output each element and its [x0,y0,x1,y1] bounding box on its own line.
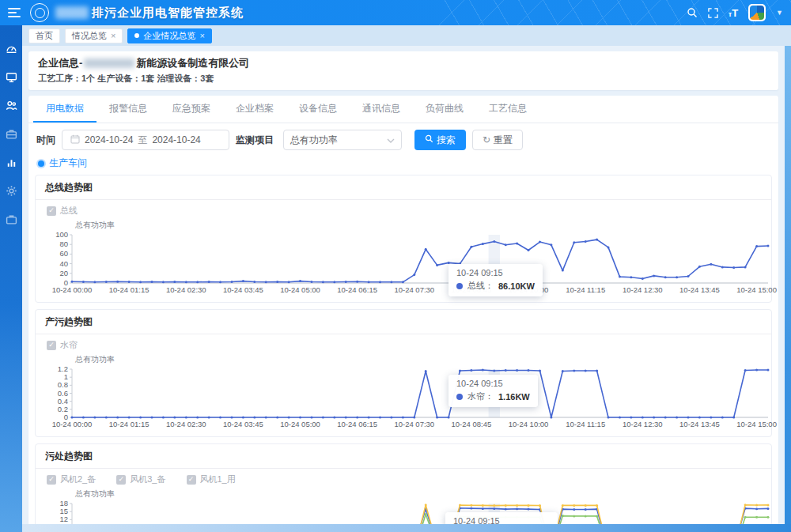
sidebar [0,25,22,532]
sidebar-item-monitor[interactable] [6,71,17,83]
tab-应急预案[interactable]: 应急预案 [160,96,223,123]
svg-text:10-24 02:30: 10-24 02:30 [166,420,206,428]
data-panel: 用电数据报警信息应急预案企业档案设备信息通讯信息负荷曲线工艺信息 时间 2024… [28,96,778,524]
company-stats: 工艺工序：1个 生产设备：1套 治理设备：3套 [38,73,769,85]
search-button[interactable]: 搜索 [414,130,466,150]
svg-text:10-24 00:00: 10-24 00:00 [52,285,93,294]
legend-label: 风机1_用 [200,474,236,485]
breadcrumb-tab[interactable]: 企业情况总览× [127,28,211,43]
chart-plot-area[interactable]: 036912151810-24 00:0010-24 01:1510-24 02… [36,500,771,524]
svg-text:10-24 06:15: 10-24 06:15 [337,285,377,294]
project-select[interactable]: 总有功功率 [283,130,402,150]
chart-svg[interactable]: 036912151810-24 00:0010-24 01:1510-24 02… [39,500,778,524]
checkbox-icon: ✓ [47,475,56,485]
date-range-input[interactable]: 2024-10-24 至 2024-10-24 [62,130,229,150]
chart-legend: ✓水帘 [36,334,771,352]
chart-plot-area[interactable]: 02040608010010-24 00:0010-24 01:1510-24 … [36,231,771,302]
sidebar-item-settings[interactable] [6,185,17,197]
svg-text:20: 20 [59,269,68,277]
svg-text:10-24 11:15: 10-24 11:15 [566,420,605,428]
tab-用电数据[interactable]: 用电数据 [33,96,97,123]
chart-tooltip: 10-24 09:15总线：86.10KW [448,264,543,296]
svg-text:0.2: 0.2 [58,405,68,413]
sidebar-item-users[interactable] [6,100,17,111]
legend-checkbox-风机2_备[interactable]: ✓风机2_备 [47,474,96,485]
bottom-strip [0,524,791,532]
sidebar-item-archive[interactable] [6,128,17,140]
sidebar-item-dashboard[interactable] [6,43,17,55]
tooltip-series-value: 86.10KW [498,281,535,291]
y-axis-title: 总有功功率 [75,489,771,500]
tooltip-item: 水帘：1.16KW [456,391,530,402]
tab-通讯信息[interactable]: 通讯信息 [350,96,413,123]
series-line-总线 [72,240,768,282]
tab-工艺信息[interactable]: 工艺信息 [476,96,539,123]
svg-text:18: 18 [59,500,68,507]
menu-toggle-icon[interactable] [8,8,21,17]
tab-设备信息[interactable]: 设备信息 [286,96,350,123]
svg-text:10-24 06:15: 10-24 06:15 [337,420,377,428]
svg-text:0.4: 0.4 [58,397,68,406]
legend-checkbox-风机3_备[interactable]: ✓风机3_备 [116,474,165,485]
tooltip-series-name: 总线： [467,280,494,292]
workshop-link[interactable]: 生产车间 [49,157,87,170]
sidebar-item-bar-chart[interactable] [6,157,17,168]
date-range-separator: 至 [138,134,147,147]
close-tab-icon[interactable]: × [111,31,115,40]
svg-text:10-24 07:30: 10-24 07:30 [394,285,434,294]
company-title: 企业信息-新能源设备制造有限公司 [38,56,769,70]
sidebar-item-briefcase[interactable] [6,213,17,225]
svg-text:100: 100 [55,231,68,239]
tooltip-time: 10-24 09:15 [456,268,535,277]
calendar-icon [70,134,80,146]
series-line-风机2_备 [72,505,768,524]
tooltip-series-name: 水帘： [467,391,494,402]
svg-text:10-24 03:45: 10-24 03:45 [223,420,263,428]
tab-企业档案[interactable]: 企业档案 [223,96,286,123]
date-to-value[interactable]: 2024-10-24 [152,134,200,145]
app-logo-icon [30,3,49,22]
chart-plot-area[interactable]: 00.20.40.60.811.210-24 00:0010-24 01:151… [36,365,771,436]
svg-text:10-24 12:30: 10-24 12:30 [623,285,663,294]
y-axis-title: 总有功功率 [75,354,771,365]
close-tab-icon[interactable]: × [199,31,204,40]
svg-text:10-24 01:15: 10-24 01:15 [109,285,149,294]
chart-title: 污处趋势图 [36,444,771,469]
legend-label: 风机2_备 [60,474,96,485]
legend-checkbox-总线[interactable]: ✓总线 [47,205,78,217]
user-avatar-icon[interactable] [748,4,766,21]
chart-card-3: 污处趋势图✓风机2_备✓风机3_备✓风机1_用总有功功率036912151810… [35,443,772,524]
breadcrumb-tab[interactable]: 情况总览× [65,28,123,43]
svg-text:10-24 05:00: 10-24 05:00 [280,285,320,294]
breadcrumb-tab[interactable]: 首页 [28,28,60,43]
tab-负荷曲线[interactable]: 负荷曲线 [413,96,476,123]
font-size-icon[interactable]: тT [729,7,738,19]
search-icon[interactable] [687,7,698,18]
chart-svg[interactable]: 00.20.40.60.811.210-24 00:0010-24 01:151… [39,365,778,432]
chart-svg[interactable]: 02040608010010-24 00:0010-24 01:1510-24 … [39,231,778,297]
svg-text:10-24 07:30: 10-24 07:30 [394,420,434,428]
reset-button[interactable]: ↻ 重置 [472,130,523,150]
tooltip-item: 总线：86.10KW [456,280,535,292]
checkbox-icon: ✓ [47,341,56,350]
legend-checkbox-水帘[interactable]: ✓水帘 [47,339,78,351]
series-line-风机3_备 [72,515,768,524]
svg-text:0.8: 0.8 [58,380,68,389]
legend-checkbox-风机1_用[interactable]: ✓风机1_用 [187,474,236,485]
charts-container: 总线趋势图✓总线总有功功率02040608010010-24 00:0010-2… [28,175,778,524]
tab-报警信息[interactable]: 报警信息 [97,96,160,123]
redacted-company-name [84,58,134,68]
app-title: 排污企业用电智能管控系统 [92,6,244,21]
breadcrumb-tab-label: 情况总览 [72,30,107,42]
tooltip-series-value: 1.16KW [498,392,530,402]
chart-legend: ✓风机2_备✓风机3_备✓风机1_用 [36,469,771,486]
series-dot-icon [456,394,463,400]
redacted-org-name [55,6,89,19]
fullscreen-icon[interactable] [708,8,718,18]
company-title-prefix: 企业信息- [38,56,82,70]
svg-text:10-24 00:00: 10-24 00:00 [52,420,93,428]
checkbox-icon: ✓ [47,206,56,216]
chart-title: 产污趋势图 [36,310,771,334]
chevron-down-icon [387,134,395,145]
date-from-value[interactable]: 2024-10-24 [85,134,133,145]
